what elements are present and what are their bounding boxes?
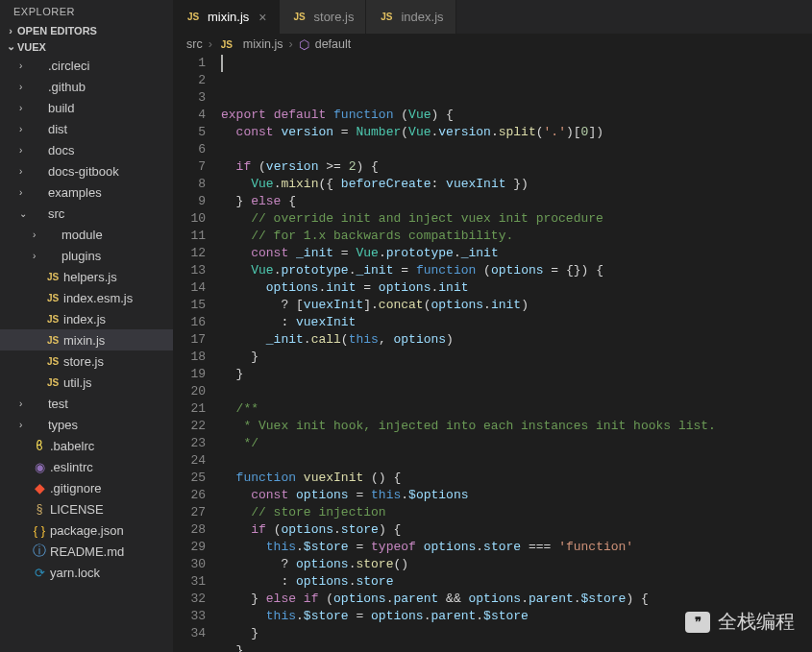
chevron-down-icon: ⌄ — [19, 208, 31, 219]
js-file-icon: JS — [44, 272, 62, 282]
file-row[interactable]: ⓘREADME.md — [0, 541, 173, 562]
chevron-right-icon: › — [289, 37, 293, 51]
file-row[interactable]: §LICENSE — [0, 498, 173, 519]
chevron-right-icon: › — [33, 251, 44, 261]
folder-row[interactable]: ›dist — [0, 118, 173, 139]
folder-row[interactable]: ›types — [0, 414, 173, 435]
yarn-file-icon: ⟳ — [31, 566, 48, 580]
file-row[interactable]: JSutil.js — [0, 372, 173, 393]
folder-row[interactable]: ›docs — [0, 139, 173, 160]
folder-row[interactable]: ›test — [0, 393, 173, 414]
file-row[interactable]: ⟳yarn.lock — [0, 562, 173, 583]
cursor — [221, 55, 223, 72]
tree-item-label: util.js — [63, 375, 92, 390]
code-line[interactable] — [221, 383, 812, 400]
file-row[interactable]: JSindex.esm.js — [0, 287, 173, 308]
breadcrumb-symbol[interactable]: default — [315, 37, 352, 51]
editor-area: JSmixin.js×JSstore.jsJSindex.js src › JS… — [173, 0, 812, 652]
tab-label: store.js — [314, 10, 355, 24]
file-row[interactable]: JShelpers.js — [0, 266, 173, 287]
code-line[interactable]: : vuexInit — [221, 314, 812, 331]
tree-item-label: .eslintrc — [50, 460, 93, 474]
file-row[interactable]: JSmixin.js — [0, 329, 173, 350]
code-line[interactable]: _init.call(this, options) — [221, 331, 812, 349]
breadcrumb-file[interactable]: mixin.js — [243, 37, 283, 51]
code-line[interactable]: const version = Number(Vue.version.split… — [221, 124, 812, 141]
file-row[interactable]: { }package.json — [0, 519, 173, 541]
chevron-right-icon: › — [19, 398, 31, 409]
code-line[interactable]: this.$store = typeof options.store === '… — [221, 539, 812, 556]
code-line[interactable]: export default function (Vue) { — [221, 107, 812, 124]
file-row[interactable]: ◉.eslintrc — [0, 456, 173, 477]
code-line[interactable]: } else { — [221, 193, 812, 210]
breadcrumb[interactable]: src › JS mixin.js › ⬡ default — [173, 34, 812, 55]
folder-row[interactable]: ›docs-gitbook — [0, 160, 173, 181]
file-row[interactable]: ◆.gitignore — [0, 477, 173, 498]
code-line[interactable]: } — [221, 642, 812, 652]
code-line[interactable] — [221, 141, 812, 158]
file-row[interactable]: JSindex.js — [0, 308, 173, 329]
tree-item-label: plugins — [62, 249, 101, 263]
code-content[interactable]: export default function (Vue) { const ve… — [221, 55, 812, 652]
close-icon[interactable]: × — [255, 10, 266, 25]
code-line[interactable]: } — [221, 366, 812, 383]
folder-row[interactable]: ›examples — [0, 181, 173, 203]
editor-tab[interactable]: JSstore.js — [280, 0, 367, 34]
tree-item-label: types — [48, 418, 78, 432]
chevron-right-icon: › — [19, 103, 31, 113]
js-file-icon: JS — [44, 335, 62, 346]
breadcrumb-folder[interactable]: src — [186, 37, 203, 51]
watermark: ❞ 全栈编程 — [685, 609, 795, 635]
code-line[interactable]: function vuexInit () { — [221, 470, 812, 487]
md-file-icon: ⓘ — [31, 543, 48, 560]
code-line[interactable]: ? [vuexInit].concat(options.init) — [221, 297, 812, 314]
tree-item-label: module — [62, 228, 103, 242]
folder-row[interactable]: ›module — [0, 224, 173, 245]
code-line[interactable]: const _init = Vue.prototype._init — [221, 245, 812, 262]
folder-row[interactable]: ⌄src — [0, 203, 173, 224]
code-line[interactable]: if (version >= 2) { — [221, 158, 812, 176]
file-row[interactable]: ϐ.babelrc — [0, 435, 173, 456]
code-line[interactable] — [221, 452, 812, 470]
chevron-right-icon: › — [19, 82, 31, 92]
chevron-right-icon: › — [4, 25, 17, 36]
editor-tab[interactable]: JSmixin.js× — [173, 0, 280, 34]
chevron-down-icon: ⌄ — [4, 40, 17, 53]
folder-row[interactable]: ›.circleci — [0, 55, 173, 76]
code-line[interactable]: } — [221, 349, 812, 366]
tree-item-label: index.js — [63, 312, 106, 326]
file-tree: ›.circleci›.github›build›dist›docs›docs-… — [0, 55, 173, 583]
code-line[interactable]: /** — [221, 400, 812, 418]
folder-row[interactable]: ›plugins — [0, 245, 173, 266]
lic-file-icon: § — [31, 502, 48, 516]
section-open-editors[interactable]: › OPEN EDITORS — [0, 23, 173, 38]
editor-tab[interactable]: JSindex.js — [366, 0, 455, 34]
code-line[interactable]: * Vuex init hook, injected into each ins… — [221, 418, 812, 435]
folder-row[interactable]: ›.github — [0, 76, 173, 97]
chevron-right-icon: › — [19, 420, 31, 430]
code-line[interactable]: const options = this.$options — [221, 487, 812, 504]
tree-item-label: .circleci — [48, 59, 89, 73]
code-line[interactable]: : options.store — [221, 573, 812, 591]
code-line[interactable]: Vue.mixin({ beforeCreate: vuexInit }) — [221, 176, 812, 193]
js-file-icon: JS — [44, 377, 62, 388]
tree-item-label: .gitignore — [50, 481, 101, 495]
code-editor[interactable]: 1234567891011121314151617181920212223242… — [173, 55, 812, 652]
tree-item-label: build — [48, 101, 74, 115]
code-line[interactable]: // override init and inject vuex init pr… — [221, 210, 812, 228]
code-line[interactable]: options.init = options.init — [221, 279, 812, 297]
code-line[interactable]: // store injection — [221, 504, 812, 521]
code-line[interactable]: // for 1.x backwards compatibility. — [221, 228, 812, 245]
js-file-icon: JS — [44, 314, 62, 325]
code-line[interactable]: ? options.store() — [221, 556, 812, 573]
symbol-icon: ⬡ — [299, 37, 309, 52]
section-project[interactable]: ⌄ VUEX — [0, 38, 173, 55]
code-line[interactable]: } else if (options.parent && options.par… — [221, 591, 812, 608]
folder-row[interactable]: ›build — [0, 97, 173, 118]
eslint-file-icon: ◉ — [31, 460, 48, 474]
code-line[interactable]: */ — [221, 435, 812, 452]
code-line[interactable]: if (options.store) { — [221, 521, 812, 539]
code-line[interactable]: Vue.prototype._init = function (options … — [221, 262, 812, 279]
tab-label: mixin.js — [208, 10, 249, 24]
file-row[interactable]: JSstore.js — [0, 350, 173, 372]
